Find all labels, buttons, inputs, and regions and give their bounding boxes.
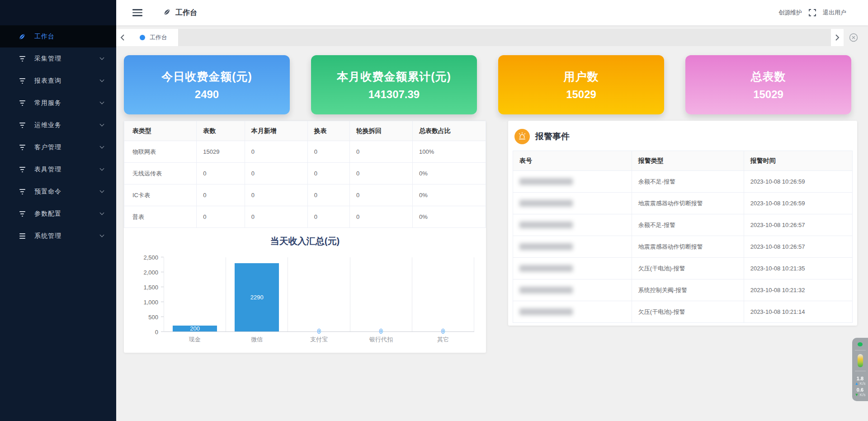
tabs-area: 工作台 bbox=[129, 29, 831, 46]
alarm-meter-no-cell bbox=[513, 214, 632, 236]
chart-title: 当天收入汇总(元) bbox=[136, 235, 474, 247]
table-cell: 0 bbox=[350, 163, 413, 184]
masked-meter-number bbox=[519, 222, 573, 228]
sidebar-item-label: 工作台 bbox=[34, 33, 104, 41]
sidebar-item-label: 预置命令 bbox=[34, 188, 100, 196]
stat-card-2: 用户数15029 bbox=[498, 55, 664, 114]
masked-meter-number bbox=[519, 265, 573, 272]
y-tick-label: 0 bbox=[155, 329, 158, 336]
chart-column: 0 bbox=[288, 257, 350, 331]
meter-summary-panel: 表类型表数本月新增换表轮换拆回总表数占比 物联网表15029000100%无线远… bbox=[124, 121, 486, 353]
table-row: IC卡表00000% bbox=[124, 184, 486, 206]
table-cell: 0 bbox=[350, 184, 413, 206]
logout-button[interactable]: 退出用户 bbox=[823, 9, 846, 17]
table-cell: 100% bbox=[413, 141, 486, 163]
sidebar-item-customers[interactable]: 客户管理 bbox=[0, 136, 116, 158]
chevron-down-icon bbox=[100, 78, 104, 82]
alarm-table-header: 报警时间 bbox=[744, 151, 852, 171]
stat-cards-row: 今日收费金额(元)2490本月收费金额累计(元)141307.39用户数1502… bbox=[124, 55, 857, 114]
alarm-time-cell: 2023-10-08 10:26:59 bbox=[744, 171, 852, 193]
table-row: 普表00000% bbox=[124, 206, 486, 228]
chart-column: 200 bbox=[164, 257, 226, 331]
chart-bar[interactable]: 200 bbox=[173, 326, 217, 331]
stat-card-value: 2490 bbox=[195, 88, 219, 101]
x-category-label: 银行代扣 bbox=[350, 336, 412, 344]
x-category-label: 现金 bbox=[164, 336, 226, 344]
y-tick-label: 2,500 bbox=[143, 254, 158, 261]
alarm-events-table: 表号报警类型报警时间 余额不足-报警2023-10-08 10:26:59地震震… bbox=[513, 151, 853, 323]
masked-meter-number bbox=[519, 200, 573, 207]
table-cell: 0% bbox=[413, 184, 486, 206]
chart-bar[interactable]: 2290 bbox=[235, 263, 279, 331]
meter-table-header: 换表 bbox=[307, 121, 349, 141]
tabs-close-icon[interactable] bbox=[844, 29, 863, 46]
sidebar-item-params[interactable]: 参数配置 bbox=[0, 203, 116, 225]
alarm-type-cell: 系统控制关阀-报警 bbox=[632, 279, 744, 301]
sidebar-item-commands[interactable]: 预置命令 bbox=[0, 180, 116, 203]
tabs-scroll-left-icon[interactable] bbox=[116, 29, 129, 46]
alarm-type-cell: 地震震感器动作切断报警 bbox=[632, 193, 744, 214]
stat-card-0: 今日收费金额(元)2490 bbox=[124, 55, 290, 114]
table-cell: 0 bbox=[197, 206, 245, 228]
meter-table-header: 本月新增 bbox=[245, 121, 307, 141]
masked-meter-number bbox=[519, 243, 573, 250]
stat-card-title: 总表数 bbox=[751, 69, 786, 84]
sidebar-item-system[interactable]: 系统管理 bbox=[0, 225, 116, 247]
sidebar-item-meters[interactable]: 表具管理 bbox=[0, 158, 116, 180]
chart-column: 0 bbox=[350, 257, 412, 331]
alarm-time-cell: 2023-10-08 10:26:59 bbox=[744, 193, 852, 214]
tabs-scroll-right-icon[interactable] bbox=[831, 29, 844, 46]
tab-workbench[interactable]: 工作台 bbox=[129, 29, 178, 46]
table-cell: 0 bbox=[307, 206, 349, 228]
top-header: 工作台 创源维护 退出用户 bbox=[116, 0, 868, 25]
chevron-down-icon bbox=[100, 211, 104, 215]
table-cell: IC卡表 bbox=[124, 184, 197, 206]
filter-icon bbox=[18, 56, 26, 61]
sidebar-item-operations[interactable]: 运维业务 bbox=[0, 114, 116, 136]
y-tick-label: 1,500 bbox=[143, 284, 158, 291]
collapse-menu-icon[interactable] bbox=[132, 9, 142, 16]
bar-value-label: 0 bbox=[317, 328, 321, 335]
sidebar-item-collection[interactable]: 采集管理 bbox=[0, 47, 116, 70]
chevron-down-icon bbox=[100, 144, 104, 149]
download-speed: 0.6 ▼K/s bbox=[855, 387, 866, 397]
y-tick-label: 2,000 bbox=[143, 269, 158, 276]
content-area: 今日收费金额(元)2490本月收费金额累计(元)141307.39用户数1502… bbox=[116, 46, 868, 421]
stat-card-value: 141307.39 bbox=[368, 88, 420, 101]
tab-label: 工作台 bbox=[150, 33, 167, 42]
sidebar-item-services[interactable]: 常用服务 bbox=[0, 92, 116, 114]
user-org-button[interactable]: 创源维护 bbox=[778, 9, 802, 17]
alarm-row: 地震震感器动作切断报警2023-10-08 10:26:59 bbox=[513, 193, 853, 214]
tab-strip: 工作台 bbox=[116, 29, 868, 46]
chevron-down-icon bbox=[100, 189, 104, 193]
alarm-table-header: 报警类型 bbox=[632, 151, 744, 171]
alarm-row: 余额不足-报警2023-10-08 10:26:59 bbox=[513, 171, 853, 193]
table-cell: 0 bbox=[245, 141, 307, 163]
filter-icon bbox=[18, 167, 26, 172]
stat-card-title: 今日收费金额(元) bbox=[161, 69, 252, 84]
income-chart: 当天收入汇总(元) 05001,0001,5002,0002,500 20022… bbox=[124, 228, 486, 353]
chart-y-axis: 05001,0001,5002,0002,500 bbox=[136, 257, 164, 332]
bar-value-label: 200 bbox=[190, 325, 200, 332]
sidebar-menu: 工作台采集管理报表查询常用服务运维业务客户管理表具管理预置命令参数配置系统管理 bbox=[0, 25, 116, 247]
sidebar-logo-area bbox=[0, 0, 116, 25]
network-monitor-widget[interactable]: 1.8 ▲K/s 0.6 ▼K/s bbox=[852, 338, 868, 401]
table-cell: 0 bbox=[245, 206, 307, 228]
table-cell: 0 bbox=[245, 184, 307, 206]
fullscreen-icon[interactable] bbox=[808, 9, 816, 17]
meter-table-header: 总表数占比 bbox=[413, 121, 486, 141]
chart-column: 0 bbox=[412, 257, 474, 331]
table-cell: 0 bbox=[307, 163, 349, 184]
table-cell: 0 bbox=[197, 184, 245, 206]
table-cell: 0 bbox=[307, 141, 349, 163]
alarm-meter-no-cell bbox=[513, 279, 632, 301]
sidebar-item-reports[interactable]: 报表查询 bbox=[0, 70, 116, 92]
stat-card-value: 15029 bbox=[753, 88, 783, 101]
masked-meter-number bbox=[519, 308, 573, 315]
bar-value-label: 0 bbox=[442, 328, 445, 335]
breadcrumb: 工作台 bbox=[163, 8, 197, 18]
filter-icon bbox=[18, 100, 26, 106]
filter-icon bbox=[18, 211, 26, 217]
main-area: 工作台 创源维护 退出用户 工作台 今日收费金额(元)2490本月 bbox=[116, 0, 868, 421]
sidebar-item-workbench[interactable]: 工作台 bbox=[0, 25, 116, 47]
